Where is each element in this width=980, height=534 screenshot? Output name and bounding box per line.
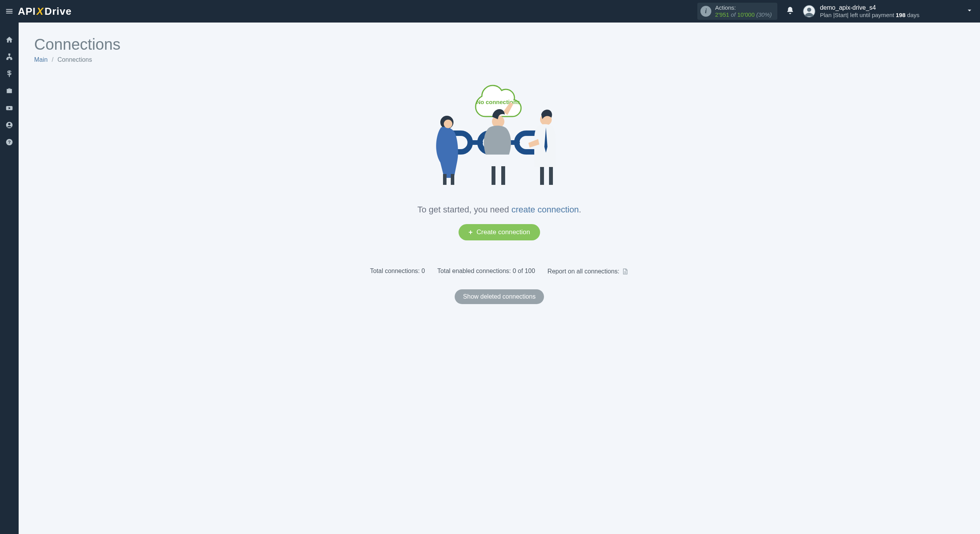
plan-days: 198	[896, 12, 905, 18]
svg-rect-17	[492, 166, 495, 185]
user-menu-chevron	[919, 7, 973, 16]
plan-suffix: days	[905, 12, 919, 18]
empty-illustration: No connections	[422, 75, 577, 193]
sidebar-item-account[interactable]	[0, 117, 19, 134]
bubble-text: No connections	[476, 99, 520, 105]
svg-rect-21	[549, 167, 553, 185]
logo-drive: Drive	[45, 5, 72, 17]
stat-report[interactable]: Report on all connections:	[547, 268, 629, 275]
page-title: Connections	[34, 36, 964, 53]
sitemap-icon	[5, 53, 13, 61]
actions-pct: (30%)	[755, 11, 772, 18]
show-deleted-button[interactable]: Show deleted connections	[455, 289, 544, 304]
started-suffix: .	[579, 205, 581, 214]
notifications-button[interactable]	[786, 6, 794, 16]
user-name: demo_apix-drive_s4	[820, 4, 919, 11]
stats-row: Total connections: 0 Total enabled conne…	[34, 268, 964, 275]
breadcrumb-main[interactable]: Main	[34, 56, 48, 63]
breadcrumb-current: Connections	[57, 56, 92, 63]
actions-of: of	[729, 11, 737, 18]
sidebar-item-help[interactable]: ?	[0, 134, 19, 151]
app-header: API X Drive i Actions: 2'951 of 10'000 (…	[0, 0, 980, 23]
svg-text:?: ?	[8, 139, 10, 144]
breadcrumb-sep: /	[52, 56, 53, 63]
svg-rect-15	[451, 174, 454, 185]
hamburger-icon	[5, 7, 14, 16]
sidebar: ?	[0, 23, 19, 534]
user-icon	[5, 121, 13, 129]
actions-total: 10'000	[737, 11, 755, 18]
dollar-icon	[5, 70, 13, 78]
svg-point-1	[807, 8, 811, 12]
briefcase-icon	[5, 87, 13, 95]
create-connection-link[interactable]: create connection	[511, 205, 579, 214]
chevron-down-icon	[966, 7, 973, 14]
svg-point-4	[8, 123, 10, 125]
stat-total: Total connections: 0	[370, 268, 425, 275]
main-content: Connections Main / Connections No connec…	[19, 23, 980, 534]
menu-toggle[interactable]	[4, 6, 15, 17]
breadcrumb: Main / Connections	[34, 56, 964, 63]
avatar-icon	[803, 5, 815, 17]
info-icon: i	[700, 6, 711, 17]
sidebar-item-connections[interactable]	[0, 48, 19, 65]
get-started-text: To get started, you need create connecti…	[34, 205, 964, 215]
started-prefix: To get started, you need	[417, 205, 511, 214]
empty-state: No connections	[34, 75, 964, 304]
create-connection-button[interactable]: + Create connection	[459, 224, 540, 240]
create-btn-label: Create connection	[476, 228, 530, 236]
sidebar-item-billing[interactable]	[0, 65, 19, 82]
svg-point-13	[444, 120, 452, 128]
user-menu[interactable]: demo_apix-drive_s4 Plan |Start| left unt…	[803, 4, 973, 18]
actions-counter[interactable]: i Actions: 2'951 of 10'000 (30%)	[697, 3, 777, 20]
stat-enabled: Total enabled connections: 0 of 100	[437, 268, 535, 275]
actions-used: 2'951	[715, 11, 729, 18]
home-icon	[5, 36, 13, 43]
help-icon: ?	[5, 138, 13, 146]
bell-icon	[786, 6, 794, 15]
sidebar-item-video[interactable]	[0, 99, 19, 117]
document-icon	[622, 268, 629, 275]
svg-rect-14	[443, 174, 447, 185]
plus-icon: +	[469, 229, 473, 236]
svg-rect-20	[540, 167, 544, 185]
logo-x: X	[36, 5, 43, 17]
plan-prefix: Plan |Start| left until payment	[820, 12, 896, 18]
svg-rect-18	[501, 166, 505, 185]
svg-rect-10	[467, 140, 483, 145]
logo-api: API	[18, 5, 36, 17]
sidebar-item-home[interactable]	[0, 31, 19, 48]
actions-label: Actions:	[715, 4, 772, 11]
sidebar-item-toolbox[interactable]	[0, 82, 19, 99]
user-text: demo_apix-drive_s4 Plan |Start| left unt…	[820, 4, 919, 18]
app-logo[interactable]: API X Drive	[18, 5, 72, 17]
youtube-icon	[5, 104, 13, 112]
actions-text: Actions: 2'951 of 10'000 (30%)	[715, 4, 772, 18]
